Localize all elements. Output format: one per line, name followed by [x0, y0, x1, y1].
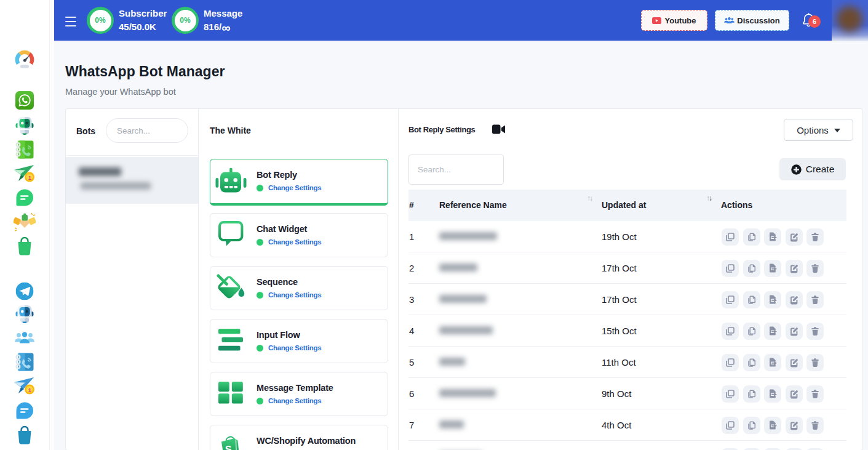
- svg-text:1: 1: [28, 387, 32, 393]
- svg-text:1: 1: [28, 174, 32, 181]
- svg-text:S: S: [225, 444, 232, 450]
